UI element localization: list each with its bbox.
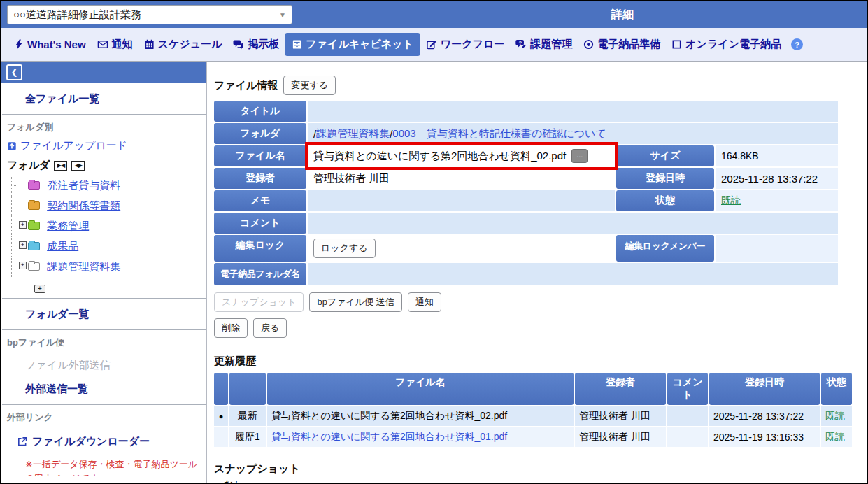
tree-folder-link[interactable]: 成果品 (47, 240, 78, 252)
nav-notifications[interactable]: 通知 (92, 34, 138, 55)
nav-issue-management[interactable]: ? 課題管理 (510, 34, 578, 55)
file-name-more-button[interactable]: ... (571, 149, 588, 163)
main-content: ファイル情報 変更する タイトル フォルダ /課題管理資料集/0003 貸与資料… (207, 62, 867, 483)
history-col-marker (214, 373, 228, 405)
nav-label: 掲示板 (248, 38, 279, 51)
value-registrant: 管理技術者 川田 (308, 168, 615, 189)
sidebar-item-external-send-list[interactable]: 外部送信一覧 (1, 379, 206, 404)
nav-schedule[interactable]: スケジュール (138, 34, 228, 55)
nav-workflow[interactable]: ワークフロー (420, 34, 510, 55)
checkbox-icon (671, 39, 682, 50)
value-edit-lock: ロックする (308, 235, 615, 262)
tree-expand-all-icon[interactable]: ◀▶ (71, 161, 85, 171)
sidebar-item-folder-list[interactable]: フォルダ一覧 (1, 299, 206, 329)
history-col-reg-datetime: 登録日時 (709, 373, 820, 405)
circle-dot-icon (583, 39, 594, 50)
sidebar-section-bp-file: bpファイル便 (1, 330, 206, 352)
label-memo: メモ (214, 190, 306, 211)
folder-icon (28, 242, 40, 250)
tree-folder-link[interactable]: 発注者貸与資料 (47, 179, 120, 191)
value-size: 164.8KB (716, 145, 838, 166)
label-registrant: 登録者 (214, 168, 306, 189)
nav-label: 電子納品準備 (597, 38, 660, 51)
tree-folder-link[interactable]: 契約関係等書類 (47, 199, 120, 211)
back-button[interactable]: 戻る (253, 318, 287, 338)
tree-expand-icon[interactable]: + (19, 241, 27, 249)
tree-folder-link[interactable]: 業務管理 (47, 220, 89, 232)
nav-delivery-prep[interactable]: 電子納品準備 (578, 34, 666, 55)
value-comment (308, 213, 838, 234)
app-window: ○○道道路詳細修正設計業務 ▼ 詳細 What's New 通知 スケジュール … (0, 0, 868, 484)
nav-whats-new[interactable]: What's New (8, 34, 92, 55)
label-comment: コメント (214, 213, 306, 234)
history-file-name: 貸与資料との違いに関する第2回地合わせ資料_02.pdf (267, 406, 574, 426)
nav-label: 課題管理 (530, 38, 572, 51)
upload-icon (7, 141, 17, 151)
tree-expand-icon[interactable]: + (19, 262, 27, 269)
folder-icon (28, 201, 40, 210)
tree-item: 発注者貸与資料 (1, 176, 206, 196)
project-select[interactable]: ○○道道路詳細修正設計業務 ▼ (7, 5, 292, 24)
folder-path-link-1[interactable]: 課題管理資料集 (316, 127, 390, 141)
sidebar-section-folder-by: フォルダ別 (1, 115, 206, 136)
latest-marker-icon: ● (214, 406, 228, 426)
change-button[interactable]: 変更する (283, 76, 336, 95)
sidebar-item-file-upload[interactable]: ファイルアップロード (1, 136, 206, 155)
status-read-link[interactable]: 既読 (825, 410, 845, 422)
bp-send-button[interactable]: bpファイル便 送信 (309, 292, 401, 312)
project-select-value: ○○道道路詳細修正設計業務 (13, 8, 275, 22)
history-status: 既読 (821, 427, 852, 447)
history-version: 履歴1 (229, 427, 266, 447)
nav-label: オンライン電子納品 (685, 38, 781, 51)
tree-line (11, 257, 12, 277)
sidebar-collapse-button[interactable]: ❮ (6, 64, 22, 80)
folder-path-link-2[interactable]: 0003 貸与資料と特記仕様書の確認について (392, 127, 606, 141)
delete-button[interactable]: 削除 (214, 318, 248, 338)
tree-item: + 業務管理 (1, 216, 206, 236)
nav-file-cabinet[interactable]: ファイルキャビネット (285, 33, 420, 56)
nav-label: ワークフロー (441, 38, 504, 51)
sidebar-item-all-files[interactable]: 全ファイル一覧 (1, 83, 206, 114)
main-nav: What's New 通知 スケジュール 掲示板 ファイルキャビネット ワークフ… (1, 28, 867, 62)
add-folder-icon[interactable]: + (34, 285, 45, 293)
calendar-icon (144, 39, 155, 50)
nav-label: What's New (27, 38, 86, 50)
tree-line (11, 206, 17, 206)
tree-folder-link[interactable]: 課題管理資料集 (47, 260, 120, 272)
folder-icon (28, 262, 40, 271)
file-info-heading: ファイル情報 (214, 79, 278, 92)
help-icon[interactable]: ? (791, 38, 803, 50)
tree-line (11, 216, 12, 236)
nav-board[interactable]: 掲示板 (227, 34, 285, 55)
tree-expand-icon[interactable]: + (19, 221, 27, 229)
value-status: 既読 (716, 190, 838, 211)
tree-item: + 課題管理資料集 (1, 257, 206, 277)
status-read-link[interactable]: 既読 (721, 194, 741, 207)
folder-header-label: フォルダ (7, 159, 50, 172)
tree-item: + 成果品 (1, 236, 206, 257)
history-file-link[interactable]: 貸与資料との違いに関する第2回地合わせ資料_01.pdf (271, 431, 507, 443)
file-upload-link[interactable]: ファイルアップロード (20, 139, 127, 152)
sidebar: ❮ 全ファイル一覧 フォルダ別 ファイルアップロード フォルダ ▶◀ ◀▶ 発注… (1, 62, 207, 483)
lock-button[interactable]: ロックする (313, 239, 376, 258)
add-subfolder-row: + (1, 280, 206, 298)
sidebar-item-file-downloader[interactable]: ファイルダウンローダー (1, 427, 206, 453)
nav-label: ファイルキャビネット (306, 38, 413, 51)
history-comment (667, 406, 708, 426)
nav-online-delivery[interactable]: オンライン電子納品 (666, 34, 787, 55)
lightning-icon (14, 39, 24, 50)
label-edit-lock: 編集ロック (214, 235, 306, 262)
label-delivery-folder: 電子納品フォルダ名 (214, 263, 306, 285)
label-edit-lock-members: 編集ロックメンバー (616, 235, 714, 262)
svg-text:?: ? (519, 40, 522, 46)
history-table: ファイル名 登録者 コメント 登録日時 状態 ● 最新 貸与資料との違いに関する… (214, 373, 838, 447)
tree-line (11, 236, 12, 257)
folder-tree: 発注者貸与資料 契約関係等書類 + 業務管理 + 成果品 (1, 176, 206, 277)
value-reg-datetime: 2025-11-28 13:37:22 (716, 168, 838, 189)
external-link-icon (17, 436, 27, 447)
mail-icon (97, 39, 108, 50)
tree-collapse-all-icon[interactable]: ▶◀ (54, 161, 67, 171)
notify-button[interactable]: 通知 (408, 292, 441, 312)
history-col-file-name: ファイル名 (267, 373, 574, 405)
status-read-link[interactable]: 既読 (825, 431, 845, 443)
